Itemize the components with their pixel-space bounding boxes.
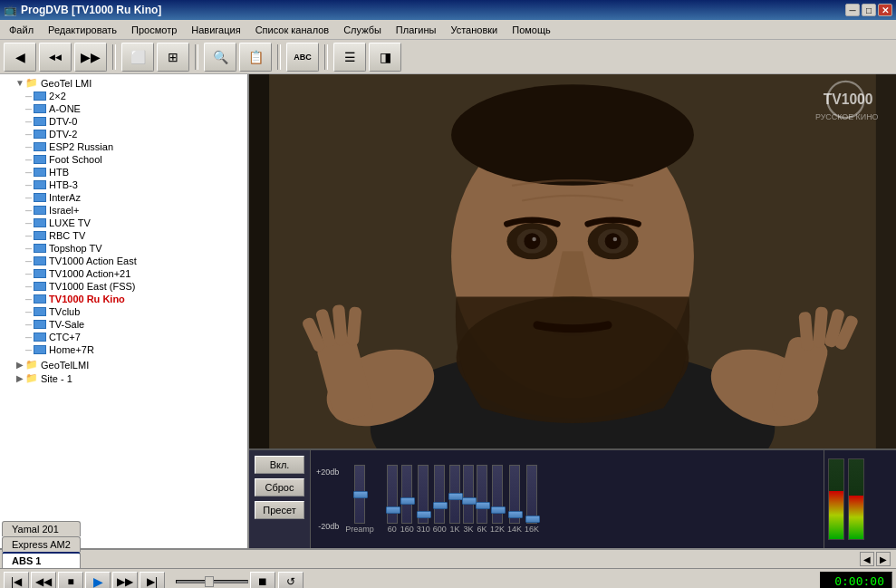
transport-prev[interactable]: |◀ — [4, 572, 29, 589]
channel-item[interactable]: ─InterAz — [0, 191, 247, 204]
channel-item[interactable]: ─A-ONE — [0, 102, 247, 115]
toolbar-nav-right[interactable]: ▶▶ — [74, 43, 107, 72]
eq-band-thumb-16K[interactable] — [525, 516, 540, 523]
channel-item[interactable]: ─TV-Sale — [0, 318, 247, 331]
menu-item-редактировать[interactable]: Редактировать — [41, 23, 124, 37]
eq-band-wrap-12K[interactable]: 12K — [490, 465, 505, 534]
eq-preamp-slider[interactable] — [354, 465, 365, 524]
toolbar-list[interactable]: ☰ — [333, 43, 366, 72]
eq-band-thumb-14K[interactable] — [508, 511, 523, 518]
video-area[interactable]: TV1000 РУССКОЕ КИНО — [249, 74, 896, 448]
eq-band-thumb-310[interactable] — [417, 511, 431, 518]
channel-item[interactable]: ─TVclub — [0, 305, 247, 318]
eq-band-slider-14K[interactable] — [509, 465, 520, 524]
toolbar-window[interactable]: ⊞ — [157, 43, 189, 72]
menu-item-навигация[interactable]: Навигация — [184, 23, 247, 37]
toolbar-search[interactable]: 🔍 — [204, 43, 236, 72]
tab-yamal-201[interactable]: Yamal 201 — [2, 521, 81, 536]
transport-play[interactable]: ▶ — [85, 572, 111, 589]
eq-band-thumb-12K[interactable] — [491, 506, 506, 514]
channel-item[interactable]: ─ESP2 Russian — [0, 140, 247, 153]
channel-item[interactable]: ─TV1000 Ru Kino — [0, 293, 247, 305]
toolbar-nav-back[interactable]: ◀ — [4, 43, 36, 72]
eq-band-slider-3K[interactable] — [463, 465, 474, 524]
eq-band-slider-160[interactable] — [401, 465, 412, 524]
tab-arrows[interactable]: ◀ ▶ — [860, 552, 894, 568]
volume-control[interactable] — [176, 580, 248, 583]
minimize-button[interactable]: ─ — [845, 4, 860, 16]
tab-next-arrow[interactable]: ▶ — [876, 552, 891, 566]
channel-item[interactable]: ─LUXE TV — [0, 217, 247, 229]
eq-preamp-wrap[interactable]: Preamp — [345, 465, 374, 534]
volume-thumb[interactable] — [205, 576, 214, 587]
eq-band-slider-310[interactable] — [418, 465, 429, 524]
tree-group-site1[interactable]: ▶ 📁 Site - 1 — [0, 371, 247, 385]
eq-band-wrap-160[interactable]: 160 — [400, 465, 414, 534]
expand-icon-3[interactable]: ▶ — [14, 373, 25, 383]
channel-item[interactable]: ─TV1000 East (FSS) — [0, 280, 247, 293]
channel-tree[interactable]: ▼ 📁 GeoTel LMI ─2×2─A-ONE─DTV-0─DTV-2─ES… — [0, 74, 249, 548]
eq-band-slider-60[interactable] — [387, 465, 398, 524]
transport-record[interactable]: ⏹ — [250, 572, 275, 589]
menu-item-плагины[interactable]: Плагины — [389, 23, 444, 37]
eq-band-thumb-600[interactable] — [433, 502, 448, 509]
toolbar-nav-forward[interactable]: ◀◀ — [39, 43, 72, 72]
eq-band-wrap-600[interactable]: 600 — [433, 465, 447, 534]
transport-fwd[interactable]: ▶▶ — [112, 572, 138, 589]
eq-band-slider-1K[interactable] — [449, 465, 460, 524]
tree-group-geotel-lmi2[interactable]: ▶ 📁 GeoTelLMI — [0, 358, 247, 371]
menu-item-установки[interactable]: Установки — [443, 23, 505, 37]
channel-item[interactable]: ─TV1000 Action East — [0, 255, 247, 267]
channel-item[interactable]: ─НТВ-3 — [0, 178, 247, 191]
channel-item[interactable]: ─RBC TV — [0, 229, 247, 242]
maximize-button[interactable]: □ — [862, 4, 876, 16]
toolbar-split[interactable]: ◨ — [369, 43, 401, 72]
channel-item[interactable]: ─СТС+7 — [0, 331, 247, 343]
eq-preamp-thumb[interactable] — [353, 491, 368, 498]
tab-prev-arrow[interactable]: ◀ — [860, 552, 874, 566]
toolbar-epg[interactable]: 📋 — [239, 43, 272, 72]
channel-item[interactable]: ─2×2 — [0, 90, 247, 102]
transport-rew[interactable]: ◀◀ — [31, 572, 56, 589]
channel-item[interactable]: ─TV1000 Action+21 — [0, 267, 247, 280]
close-button[interactable]: ✕ — [878, 4, 892, 16]
eq-band-wrap-60[interactable]: 60 — [387, 465, 398, 534]
eq-band-thumb-160[interactable] — [400, 497, 415, 505]
title-bar-controls[interactable]: ─ □ ✕ — [845, 4, 892, 16]
channel-item[interactable]: ─DTV-0 — [0, 115, 247, 128]
tab-abs-1[interactable]: ABS 1 — [2, 552, 81, 568]
eq-band-slider-6K[interactable] — [477, 465, 487, 524]
channel-item[interactable]: ─НТВ — [0, 166, 247, 178]
eq-band-wrap-6K[interactable]: 6K — [477, 465, 487, 534]
menu-item-список-каналов[interactable]: Список каналов — [248, 23, 337, 37]
menu-item-просмотр[interactable]: Просмотр — [124, 23, 184, 37]
channel-item[interactable]: ─Foot School — [0, 153, 247, 166]
eq-band-thumb-1K[interactable] — [448, 493, 463, 500]
eq-band-wrap-1K[interactable]: 1K — [449, 465, 460, 534]
channel-item[interactable]: ─Israel+ — [0, 204, 247, 217]
transport-stop[interactable]: ■ — [58, 572, 83, 589]
eq-reset-button[interactable]: Сброс — [255, 478, 304, 496]
expand-icon-2[interactable]: ▶ — [14, 360, 25, 370]
expand-icon[interactable]: ▼ — [14, 78, 25, 88]
eq-band-wrap-14K[interactable]: 14K — [507, 465, 522, 534]
eq-enable-button[interactable]: Вкл. — [255, 456, 304, 474]
volume-track[interactable] — [176, 580, 248, 583]
eq-band-wrap-3K[interactable]: 3K — [463, 465, 474, 534]
tree-group-geotel-lmi[interactable]: ▼ 📁 GeoTel LMI — [0, 76, 247, 90]
channel-item[interactable]: ─Home+7R — [0, 343, 247, 356]
eq-band-thumb-6K[interactable] — [476, 502, 490, 509]
tab-express-am2[interactable]: Express AM2 — [2, 536, 81, 552]
eq-band-slider-16K[interactable] — [526, 465, 537, 524]
channel-item[interactable]: ─Topshop TV — [0, 242, 247, 255]
menu-item-файл[interactable]: Файл — [2, 23, 41, 37]
toolbar-fullscreen[interactable]: ⬜ — [121, 43, 154, 72]
eq-band-wrap-310[interactable]: 310 — [417, 465, 430, 534]
eq-band-slider-12K[interactable] — [492, 465, 503, 524]
eq-band-thumb-60[interactable] — [386, 506, 400, 514]
transport-next[interactable]: ▶| — [140, 572, 165, 589]
eq-band-slider-600[interactable] — [434, 465, 445, 524]
menu-item-службы[interactable]: Службы — [336, 23, 389, 37]
transport-loop[interactable]: ↺ — [278, 572, 303, 589]
channel-item[interactable]: ─DTV-2 — [0, 128, 247, 140]
